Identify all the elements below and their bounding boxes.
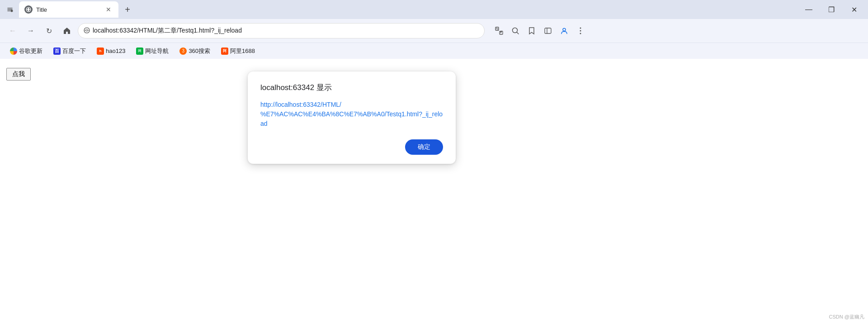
- alert-dialog: localhost:63342 显示 http://localhost:6334…: [248, 71, 456, 164]
- svg-point-5: [513, 28, 518, 33]
- tab-close-button[interactable]: ✕: [104, 5, 113, 14]
- bookmark-wangzhi-label: 网址导航: [145, 47, 169, 55]
- profile-button[interactable]: [557, 24, 571, 38]
- tab-list-button[interactable]: [4, 3, 16, 16]
- bookmarks-bar: 谷歌更新 百 百度一下 h hao123 网 网址导航 3 360搜索 阿 阿里…: [0, 43, 868, 59]
- home-button[interactable]: [60, 24, 74, 38]
- tab-favicon: [24, 5, 33, 14]
- svg-point-8: [580, 28, 581, 29]
- bookmark-ali-label: 阿里1688: [230, 47, 255, 55]
- dialog-message: http://localhost:63342/HTML/%E7%AC%AC%E4…: [260, 100, 443, 129]
- dialog-overlay: localhost:63342 显示 http://localhost:6334…: [0, 59, 868, 324]
- forward-button[interactable]: →: [24, 24, 38, 38]
- watermark: CSDN @蓝幽凡: [829, 314, 864, 320]
- reload-button[interactable]: ↻: [42, 24, 56, 38]
- nav-right-icons: [492, 24, 588, 38]
- back-button[interactable]: ←: [5, 24, 20, 38]
- bookmark-360[interactable]: 3 360搜索: [175, 45, 215, 57]
- bookmark-baidu[interactable]: 百 百度一下: [49, 45, 90, 57]
- menu-button[interactable]: [573, 24, 588, 38]
- svg-point-9: [580, 30, 581, 32]
- bookmark-ali-favicon: 阿: [221, 48, 228, 55]
- tab-title: Title: [36, 6, 100, 13]
- bookmark-wangzhi-favicon: 网: [136, 48, 143, 55]
- dialog-confirm-button[interactable]: 确定: [405, 139, 443, 155]
- url-text: localhost:63342/HTML/第二章/Testq1.html?_ij…: [93, 27, 479, 35]
- page-content: 点我 localhost:63342 显示 http://localhost:6…: [0, 59, 868, 324]
- bookmark-hao123[interactable]: h hao123: [92, 46, 130, 57]
- svg-rect-6: [545, 28, 551, 33]
- restore-button[interactable]: ❐: [821, 2, 842, 17]
- bookmark-wangzhi[interactable]: 网 网址导航: [132, 45, 173, 57]
- bookmark-google-label: 谷歌更新: [19, 47, 42, 55]
- bookmark-google-update[interactable]: 谷歌更新: [5, 45, 47, 57]
- address-bar[interactable]: localhost:63342/HTML/第二章/Testq1.html?_ij…: [78, 23, 485, 38]
- new-tab-button[interactable]: +: [121, 3, 134, 16]
- bookmark-360-favicon: 3: [179, 48, 187, 55]
- browser-window: Title ✕ + — ❐ ✕ ← → ↻ l: [0, 0, 868, 324]
- sidebar-button[interactable]: [541, 24, 555, 38]
- minimize-button[interactable]: —: [798, 2, 819, 17]
- bookmark-hao123-favicon: h: [97, 48, 104, 55]
- svg-point-0: [11, 10, 13, 12]
- bookmark-baidu-favicon: 百: [53, 48, 61, 55]
- svg-point-10: [580, 33, 581, 34]
- title-bar: Title ✕ + — ❐ ✕: [0, 0, 868, 19]
- address-lock-icon: [84, 27, 90, 35]
- bookmark-ali1688[interactable]: 阿 阿里1688: [217, 45, 259, 57]
- bookmark-baidu-label: 百度一下: [62, 47, 86, 55]
- dialog-title: localhost:63342 显示: [260, 82, 443, 93]
- translate-button[interactable]: [492, 24, 506, 38]
- search-button[interactable]: [508, 24, 523, 38]
- bookmark-hao123-label: hao123: [106, 48, 125, 54]
- click-me-button[interactable]: 点我: [6, 68, 31, 81]
- bookmark-360-label: 360搜索: [189, 47, 210, 55]
- close-button[interactable]: ✕: [844, 2, 864, 17]
- bookmark-button[interactable]: [524, 24, 539, 38]
- svg-point-7: [563, 29, 566, 31]
- window-controls: — ❐ ✕: [798, 2, 864, 17]
- dialog-footer: 确定: [260, 139, 443, 155]
- active-tab[interactable]: Title ✕: [19, 1, 118, 18]
- navigation-bar: ← → ↻ localhost:63342/HTML/第二章/Testq1.ht…: [0, 19, 868, 43]
- bookmark-google-favicon: [10, 48, 17, 55]
